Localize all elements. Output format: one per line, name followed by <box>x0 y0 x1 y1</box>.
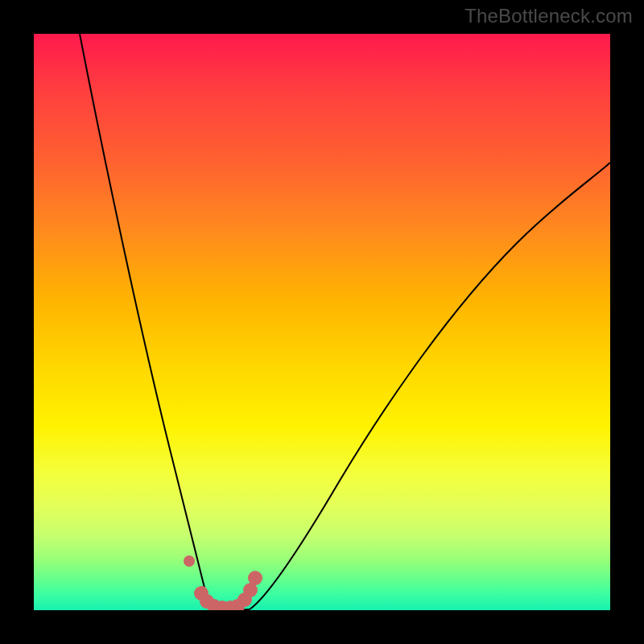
marker-point <box>248 571 262 585</box>
curve-layer <box>34 34 610 610</box>
marker-cluster <box>184 555 262 610</box>
marker-point <box>184 555 195 567</box>
chart-frame: TheBottleneck.com <box>0 0 644 644</box>
curve-right-branch <box>250 163 610 609</box>
plot-area <box>34 34 610 610</box>
curve-left-branch <box>80 34 219 609</box>
watermark-text: TheBottleneck.com <box>464 5 633 27</box>
